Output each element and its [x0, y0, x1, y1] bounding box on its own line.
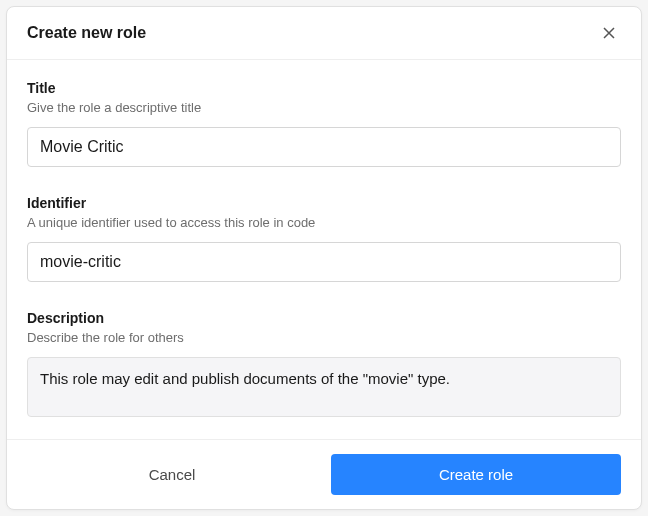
identifier-input[interactable]: [27, 242, 621, 282]
title-input[interactable]: [27, 127, 621, 167]
title-help: Give the role a descriptive title: [27, 100, 621, 115]
create-role-button[interactable]: Create role: [331, 454, 621, 495]
description-label: Description: [27, 310, 621, 326]
description-help: Describe the role for others: [27, 330, 621, 345]
modal-header: Create new role: [7, 7, 641, 60]
close-button[interactable]: [597, 21, 621, 45]
modal-body: Title Give the role a descriptive title …: [7, 60, 641, 439]
identifier-field-group: Identifier A unique identifier used to a…: [27, 195, 621, 282]
description-field-group: Description Describe the role for others: [27, 310, 621, 421]
modal-footer: Cancel Create role: [7, 439, 641, 509]
identifier-label: Identifier: [27, 195, 621, 211]
description-input[interactable]: [27, 357, 621, 417]
identifier-help: A unique identifier used to access this …: [27, 215, 621, 230]
title-field-group: Title Give the role a descriptive title: [27, 80, 621, 167]
title-label: Title: [27, 80, 621, 96]
modal-title: Create new role: [27, 24, 146, 42]
create-role-modal: Create new role Title Give the role a de…: [6, 6, 642, 510]
close-icon: [601, 25, 617, 41]
cancel-button[interactable]: Cancel: [27, 454, 317, 495]
